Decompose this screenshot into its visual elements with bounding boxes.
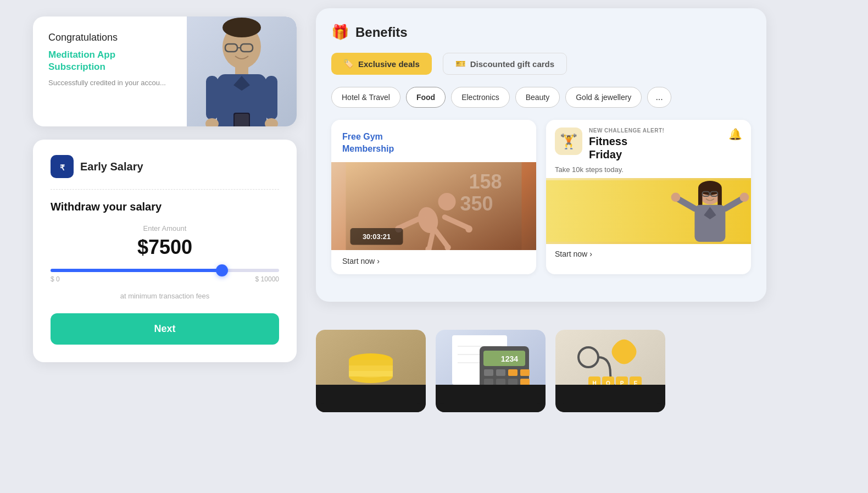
fitness-friday-card: 🏋️ NEW CHALLENGE ALERT! FitnessFriday 🔔 … — [546, 120, 751, 274]
gym-card-content: Free GymMembership — [331, 120, 536, 156]
svg-rect-52 — [349, 365, 393, 371]
slider-max-label: $ 10000 — [255, 275, 279, 283]
category-food[interactable]: Food — [406, 87, 446, 108]
bell-icon[interactable]: 🔔 — [728, 128, 742, 141]
svg-point-10 — [205, 118, 219, 126]
yoga-pose-illustration: 30:03:21 158 350 — [331, 162, 536, 250]
fitness-kettlebell-icon: 🏋️ — [555, 128, 582, 155]
fitness-card-text: NEW CHALLENGE ALERT! FitnessFriday — [589, 128, 664, 161]
svg-text:30:03:21: 30:03:21 — [363, 232, 391, 241]
svg-rect-68 — [484, 379, 493, 385]
person-svg — [192, 16, 291, 126]
svg-text:350: 350 — [460, 192, 493, 215]
slider-thumb[interactable] — [216, 264, 228, 276]
more-categories-button[interactable]: ... — [647, 87, 671, 108]
coins-svg — [316, 330, 426, 412]
svg-rect-8 — [206, 76, 218, 120]
benefits-title: Benefits — [355, 25, 408, 40]
fee-note: at minimum transaction fees — [51, 292, 279, 300]
svg-rect-66 — [508, 369, 518, 376]
gift-card-icon: 🎫 — [455, 59, 466, 69]
hope-ribbon-image: H O P E — [555, 330, 665, 412]
category-row: Hotel & Travel Food Electronics Beauty G… — [331, 87, 751, 108]
rupee-icon: ₹ — [55, 159, 69, 174]
svg-rect-78 — [436, 403, 546, 412]
category-hotel-travel[interactable]: Hotel & Travel — [331, 87, 400, 108]
salary-app-name: Early Salary — [80, 160, 143, 173]
fitness-alert-label: NEW CHALLENGE ALERT! — [589, 128, 664, 134]
svg-rect-91 — [555, 403, 665, 412]
gift-icon: 🎁 — [331, 24, 349, 41]
svg-rect-53 — [349, 371, 393, 376]
svg-text:₹: ₹ — [60, 163, 65, 172]
congratulations-card: Congratulations Meditation AppSubscripti… — [33, 16, 297, 126]
salary-card: ₹ Early Salary Withdraw your salary Ente… — [33, 140, 297, 362]
fitness-card-image — [546, 178, 751, 244]
fitness-description: Take 10k steps today. — [546, 161, 751, 178]
chevron-right-icon: › — [377, 257, 380, 265]
fitness-title: FitnessFriday — [589, 135, 664, 161]
salary-divider — [51, 189, 279, 190]
bottom-images-row: 1234 — [316, 330, 665, 412]
coins-image — [316, 330, 426, 412]
gym-card-image: 30:03:21 158 350 — [331, 162, 536, 250]
congrats-title: Congratulations — [48, 32, 180, 43]
svg-rect-65 — [496, 369, 505, 376]
slider-track — [51, 269, 279, 272]
svg-rect-71 — [520, 379, 530, 385]
svg-point-11 — [265, 118, 278, 126]
tab-row: 🏷️ Exclusive deals 🎫 Discounted gift car… — [331, 53, 751, 75]
svg-point-44 — [739, 192, 749, 202]
amount-slider-container[interactable] — [51, 269, 279, 272]
svg-point-43 — [671, 192, 681, 202]
gym-start-now-link[interactable]: Start now › — [331, 250, 536, 274]
amount-label: Enter Amount — [51, 224, 279, 232]
slider-labels: $ 0 $ 10000 — [51, 275, 279, 283]
salary-header: ₹ Early Salary — [51, 155, 279, 178]
chevron-right-icon-2: › — [589, 250, 592, 258]
congrats-description: Successfully credited in your accou... — [48, 79, 180, 87]
gym-membership-card: Free GymMembership — [331, 120, 536, 274]
gym-card-title: Free GymMembership — [342, 131, 525, 156]
svg-rect-67 — [520, 369, 530, 376]
salary-amount: $7500 — [51, 236, 279, 259]
svg-point-22 — [465, 225, 472, 232]
fitness-image-svg — [546, 178, 751, 244]
fitness-card-left: 🏋️ NEW CHALLENGE ALERT! FitnessFriday — [555, 128, 664, 161]
next-button[interactable]: Next — [51, 313, 279, 345]
tab-exclusive-deals[interactable]: 🏷️ Exclusive deals — [331, 53, 432, 75]
left-column: Congratulations Meditation AppSubscripti… — [33, 16, 297, 362]
svg-point-4 — [222, 18, 261, 37]
category-gold-jewellery[interactable]: Gold & jewellery — [565, 87, 642, 108]
calculator-svg: 1234 — [436, 330, 546, 412]
tag-icon: 🏷️ — [343, 59, 354, 69]
svg-rect-70 — [508, 379, 518, 385]
category-beauty[interactable]: Beauty — [515, 87, 560, 108]
slider-min-label: $ 0 — [51, 275, 60, 283]
svg-point-18 — [438, 193, 456, 211]
withdraw-label: Withdraw your salary — [51, 201, 279, 213]
hope-ribbon-svg: H O P E — [555, 330, 665, 412]
svg-text:1234: 1234 — [501, 354, 518, 363]
svg-text:158: 158 — [469, 170, 502, 193]
calculator-image: 1234 — [436, 330, 546, 412]
salary-logo: ₹ — [51, 155, 74, 178]
tab-discounted-label: Discounted gift cards — [470, 59, 554, 69]
fitness-start-now-link[interactable]: Start now › — [546, 244, 751, 266]
person-image — [187, 16, 297, 126]
svg-rect-69 — [496, 379, 505, 385]
svg-rect-64 — [484, 369, 493, 376]
tab-discounted-gift-cards[interactable]: 🎫 Discounted gift cards — [443, 53, 567, 75]
slider-fill — [51, 269, 222, 272]
deal-cards-row: Free GymMembership — [331, 120, 751, 274]
fitness-card-top: 🏋️ NEW CHALLENGE ALERT! FitnessFriday 🔔 — [546, 120, 751, 161]
benefits-header: 🎁 Benefits — [331, 24, 751, 41]
svg-rect-55 — [316, 403, 426, 412]
benefits-panel: 🎁 Benefits 🏷️ Exclusive deals 🎫 Discount… — [316, 8, 766, 302]
svg-rect-13 — [235, 114, 249, 126]
category-electronics[interactable]: Electronics — [451, 87, 509, 108]
tab-exclusive-deals-label: Exclusive deals — [358, 59, 420, 69]
congrats-subtitle: Meditation AppSubscription — [48, 49, 180, 73]
svg-rect-9 — [265, 76, 277, 120]
